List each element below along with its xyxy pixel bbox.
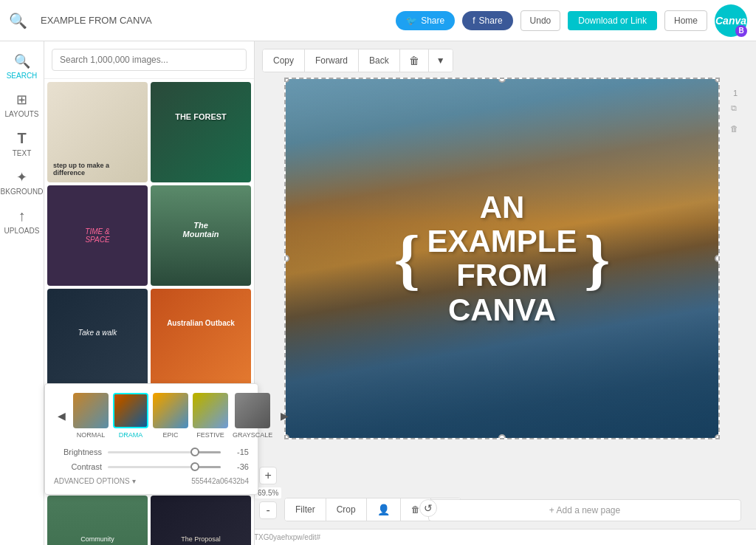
rotate-button[interactable]: ↺ (419, 499, 437, 517)
template-card-text: The Mountain (176, 221, 226, 239)
search-icon: 🔍 (14, 53, 30, 69)
copy-button[interactable]: Copy (263, 49, 305, 72)
undo-button[interactable]: Undo (520, 10, 561, 31)
resize-handle-bl[interactable] (284, 434, 289, 439)
sidebar-item-text[interactable]: T TEXT (0, 124, 44, 163)
twitter-icon: 🐦 (406, 16, 417, 26)
color-code: 555442a06432b4 (191, 477, 249, 485)
search-icon: 🔍 (9, 12, 27, 30)
filter-festive-preview (193, 393, 228, 428)
resize-handle-rm[interactable] (715, 255, 720, 262)
copy-page-icon[interactable]: ⧉ (726, 103, 741, 118)
template-card[interactable]: THE FOREST (151, 82, 251, 182)
brightness-thumb[interactable] (190, 448, 199, 456)
template-card-text: Take a walk (78, 329, 117, 337)
back-button[interactable]: Back (359, 49, 400, 72)
filter-epic[interactable]: EPIC (153, 393, 188, 439)
template-card[interactable]: Take a walk (47, 289, 148, 389)
zoom-controls: + 69.5% - (255, 467, 281, 519)
filter-normal-label: NORMAL (77, 431, 106, 439)
brightness-label: Brightness (54, 448, 102, 456)
home-button[interactable]: Home (664, 10, 707, 31)
delete-button[interactable]: 🗑 (400, 49, 429, 72)
download-button[interactable]: Download or Link (568, 11, 657, 30)
filter-prev-button[interactable]: ◀ (54, 408, 69, 423)
canvas-text-line1: AN EXAMPLE FROM (426, 191, 578, 293)
contrast-fill (198, 466, 221, 468)
sidebar-item-uploads[interactable]: ↑ UPLOADS (0, 202, 44, 241)
app-title: EXAMPLE FROM CANVA (41, 15, 388, 26)
filter-drama[interactable]: DRAMA (113, 393, 148, 439)
filter-drama-preview (113, 393, 148, 428)
filter-normal-preview (73, 393, 109, 428)
zoom-in-button[interactable]: + (259, 467, 277, 484)
canvas-toolbar: Copy Forward Back 🗑 ▼ (262, 49, 453, 72)
main-canvas[interactable]: { AN EXAMPLE FROM CANVA } (284, 78, 720, 439)
page-number: 1 (733, 89, 738, 97)
add-page-bar[interactable]: + Add a new page (428, 499, 741, 521)
filter-epic-preview (153, 393, 188, 428)
crop-button[interactable]: Crop (326, 498, 367, 521)
filter-festive[interactable]: FESTIVE (193, 393, 228, 439)
sidebar-label-text: TEXT (13, 149, 32, 157)
search-input[interactable] (52, 49, 247, 71)
brightness-fill (198, 451, 221, 453)
sidebar-label-search: SEARCH (7, 72, 38, 80)
share-twitter-button[interactable]: 🐦 Share (396, 11, 455, 30)
resize-handle-tr[interactable] (715, 78, 720, 83)
sidebar-item-background[interactable]: ✦ BKGROUND (0, 163, 44, 202)
topbar: 🔍 EXAMPLE FROM CANVA 🐦 Share f Share Und… (0, 0, 756, 41)
brightness-value: -15 (227, 448, 249, 456)
brightness-track[interactable] (108, 451, 221, 453)
more-options-button[interactable]: ▼ (429, 49, 453, 72)
filter-grayscale[interactable]: GRAYSCALE (233, 393, 272, 439)
chevron-down-icon: ▾ (132, 477, 136, 485)
template-card[interactable]: Community (47, 496, 148, 545)
zoom-out-button[interactable]: - (259, 501, 277, 519)
share-facebook-button[interactable]: f Share (462, 11, 512, 30)
canvas-text[interactable]: { AN EXAMPLE FROM CANVA } (394, 191, 611, 327)
filter-button[interactable]: Filter (285, 498, 326, 521)
layouts-icon: ⊞ (16, 92, 27, 108)
template-card-text: Community (80, 535, 114, 543)
brightness-row: Brightness -15 (54, 448, 249, 456)
template-card-text: Australian Outback (167, 319, 235, 327)
contrast-thumb[interactable] (190, 462, 199, 471)
template-card-text: THE FOREST (151, 112, 251, 121)
trash-page-icon[interactable]: 🗑 (726, 124, 741, 139)
user-badge: B (735, 25, 747, 37)
sidebar-label-layouts: LAYOUTS (5, 110, 39, 118)
page-icons: ⧉ 🗑 (726, 103, 741, 139)
advanced-options-button[interactable]: ADVANCED OPTIONS ▾ (54, 477, 136, 485)
filter-festive-label: FESTIVE (196, 431, 224, 439)
facebook-icon: f (472, 16, 475, 26)
sidebar-label-background: BKGROUND (1, 188, 44, 196)
forward-button[interactable]: Forward (305, 49, 359, 72)
sidebar-label-uploads: UPLOADS (4, 227, 40, 235)
template-card-text: TIME & SPACE (72, 227, 123, 244)
filter-normal[interactable]: NORMAL (73, 393, 109, 439)
filter-epic-label: EPIC (162, 431, 178, 439)
canvas-image: { AN EXAMPLE FROM CANVA } (286, 79, 718, 438)
template-card[interactable]: TIME & SPACE (47, 185, 148, 286)
resize-handle-br[interactable] (715, 434, 720, 439)
contrast-row: Contrast -36 (54, 462, 249, 471)
filter-next-button[interactable]: ▶ (277, 408, 292, 423)
uploads-icon: ↑ (18, 208, 26, 224)
contrast-track[interactable] (108, 466, 221, 468)
template-card[interactable]: The Mountain (151, 185, 251, 286)
background-icon: ✦ (16, 169, 27, 185)
template-card[interactable]: step up to make a difference (47, 82, 148, 182)
bracket-left: { (394, 236, 420, 282)
contrast-label: Contrast (54, 462, 102, 471)
resize-handle-bm[interactable] (498, 434, 506, 439)
sidebar-item-layouts[interactable]: ⊞ LAYOUTS (0, 86, 44, 124)
sidebar: 🔍 SEARCH ⊞ LAYOUTS T TEXT ✦ BKGROUND ↑ U… (0, 41, 44, 545)
template-card[interactable]: The Proposal (151, 496, 251, 545)
template-card[interactable]: Australian Outback (151, 289, 251, 389)
sidebar-item-search[interactable]: 🔍 SEARCH (0, 47, 44, 86)
contrast-value: -36 (227, 462, 249, 471)
filter-thumbnails: ◀ NORMAL DRAMA EPIC FESTIVE GRAYSCALE ▶ (54, 393, 249, 439)
filter-panel: ◀ NORMAL DRAMA EPIC FESTIVE GRAYSCALE ▶ … (44, 383, 258, 495)
profile-button[interactable]: 👤 (367, 498, 401, 521)
